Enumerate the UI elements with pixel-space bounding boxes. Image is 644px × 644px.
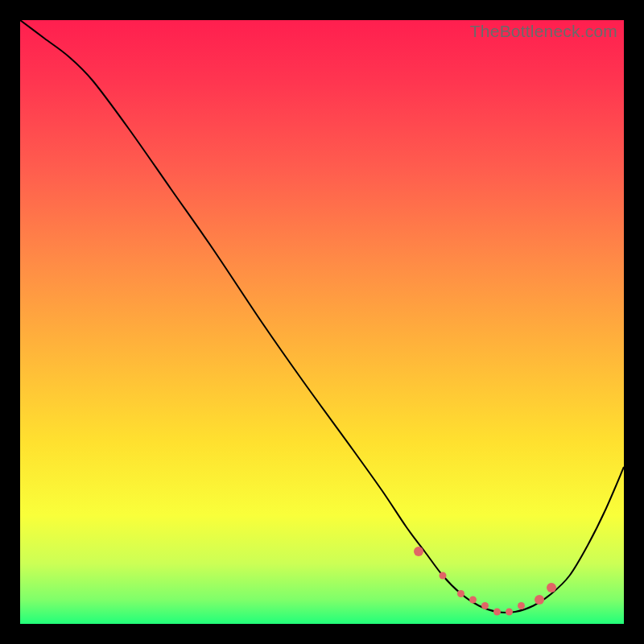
- marker-dot: [414, 547, 423, 556]
- marker-dot: [547, 583, 556, 592]
- marker-dot: [469, 597, 477, 604]
- marker-dot: [457, 590, 464, 597]
- marker-dot: [440, 572, 447, 580]
- marker-dot: [481, 602, 489, 609]
- marker-dot: [506, 609, 513, 616]
- marker-dot: [493, 609, 501, 616]
- watermark-text: TheBottleneck.com: [470, 22, 617, 41]
- bottleneck-curve: [20, 20, 624, 613]
- marker-dot: [535, 595, 544, 605]
- marker-dot: [518, 602, 525, 609]
